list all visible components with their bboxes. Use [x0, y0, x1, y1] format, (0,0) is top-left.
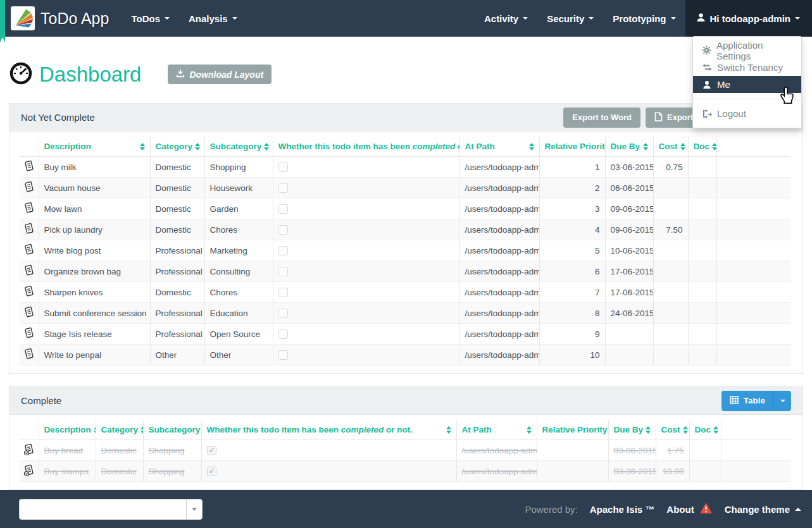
panel-complete: Complete Table — [9, 386, 803, 490]
panel-not-yet-complete-header: Not Yet Complete Export to Word Export A — [9, 104, 803, 132]
cell-description[interactable]: Buy milk — [39, 157, 150, 178]
cell-description[interactable]: Buy bread — [39, 440, 96, 461]
menu-item-me[interactable]: Me — [693, 76, 801, 93]
table-row[interactable]: Submit conference session Professional E… — [20, 303, 790, 324]
cell-description[interactable]: Pick up laundry — [39, 219, 150, 240]
sort-icon — [446, 426, 451, 434]
table-row[interactable]: Buy stamps Domestic Shopping /users/todo… — [20, 461, 790, 482]
col-category[interactable]: Category — [96, 420, 143, 440]
col-doc[interactable]: Doc — [688, 137, 716, 157]
completed-checkbox[interactable] — [278, 288, 288, 297]
table-row[interactable]: Write blog post Professional Marketing /… — [20, 240, 790, 261]
cell-cost: 10.00 — [656, 461, 689, 482]
cell-category: Professional — [150, 303, 204, 324]
cell-cost: 7.50 — [653, 219, 688, 240]
app-brand[interactable]: ToDo App — [0, 0, 122, 37]
col-category[interactable]: Category — [150, 137, 204, 157]
cell-cost — [653, 178, 688, 199]
cell-description[interactable]: Vacuum house — [39, 178, 150, 199]
col-completed[interactable]: Whether this todo item has been complete… — [273, 137, 459, 157]
col-cost[interactable]: Cost — [653, 137, 688, 157]
cell-description[interactable]: Sharpen knives — [39, 282, 150, 303]
cell-description[interactable]: Organize brown bag — [39, 261, 150, 282]
nav-user-menu[interactable]: Hi todoapp-admin — [685, 0, 812, 37]
combobox-dropdown-arrow[interactable] — [186, 500, 202, 519]
menu-item-switch-tenancy[interactable]: Switch Tenancy — [693, 59, 801, 76]
table-row[interactable]: Mow lawn Domestic Garden /users/todoapp-… — [20, 199, 790, 219]
cell-due-by: 09-06-2015 — [605, 199, 653, 219]
nav-prototyping[interactable]: Prototyping — [603, 0, 685, 37]
table-row[interactable]: Vacuum house Domestic Housework /users/t… — [20, 178, 790, 199]
cell-subcategory: Garden — [204, 199, 273, 219]
cell-description[interactable]: Write blog post — [39, 240, 150, 261]
nav-todos[interactable]: ToDos — [122, 0, 179, 37]
user-dropdown-menu: Application Settings Switch Tenancy Me L… — [692, 36, 802, 128]
col-at-path[interactable]: At Path — [459, 137, 539, 157]
completed-checkbox — [207, 446, 216, 455]
col-at-path[interactable]: At Path — [456, 420, 537, 440]
col-doc[interactable]: Doc — [689, 420, 721, 440]
table-row[interactable]: Sharpen knives Domestic Chores /users/to… — [20, 282, 790, 303]
not-yet-complete-table: Description Category Subcategory Whether… — [20, 137, 790, 365]
table-row[interactable]: Write to penpal Other Other /users/todoa… — [20, 345, 790, 365]
export-to-word-button[interactable]: Export to Word — [563, 107, 640, 128]
table-row[interactable]: Pick up laundry Domestic Chores /users/t… — [20, 219, 790, 240]
col-subcategory[interactable]: Subcategory — [204, 137, 273, 157]
cell-due-by: 03-06-2015 — [605, 157, 653, 178]
apache-isis-link[interactable]: Apache Isis ™ — [590, 504, 655, 515]
completed-checkbox[interactable] — [278, 267, 288, 276]
table-row[interactable]: Buy bread Domestic Shopping /users/todoa… — [20, 440, 790, 461]
chevron-down-icon — [589, 17, 594, 20]
cell-description[interactable]: Write to penpal — [39, 345, 150, 365]
table-view-button[interactable]: Table — [721, 391, 791, 411]
col-description[interactable]: Description — [39, 137, 150, 157]
col-cost[interactable]: Cost — [656, 420, 689, 440]
cell-at-path: /users/todoapp-admin — [459, 157, 539, 178]
cell-cost — [653, 240, 688, 261]
completed-checkbox[interactable] — [278, 204, 288, 214]
cell-doc — [689, 461, 721, 482]
cell-description[interactable]: Stage Isis release — [39, 324, 150, 345]
nav-activity[interactable]: Activity — [475, 0, 537, 37]
col-due-by[interactable]: Due By — [608, 420, 656, 440]
cell-relative-priority: 4 — [539, 219, 605, 240]
cell-description[interactable]: Mow lawn — [39, 199, 150, 219]
cell-relative-priority: 9 — [539, 324, 605, 345]
completed-checkbox[interactable] — [278, 246, 288, 255]
menu-item-logout[interactable]: Logout — [693, 105, 801, 122]
completed-checkbox[interactable] — [278, 309, 288, 318]
table-header-row: Description Category Subcategory Whether… — [20, 137, 790, 157]
col-description[interactable]: Description — [39, 420, 96, 440]
col-subcategory[interactable]: Subcategory — [143, 420, 201, 440]
completed-checkbox[interactable] — [278, 329, 288, 339]
about-link[interactable]: About — [666, 502, 712, 516]
cell-description[interactable]: Submit conference session — [39, 303, 150, 324]
todo-item-icon — [20, 282, 39, 303]
col-due-by[interactable]: Due By — [605, 137, 653, 157]
table-row[interactable]: Buy milk Domestic Shopping /users/todoap… — [20, 157, 790, 178]
nav-security[interactable]: Security — [537, 0, 603, 37]
completed-checkbox[interactable] — [278, 163, 288, 172]
change-theme-link[interactable]: Change theme — [725, 504, 801, 515]
sort-icon — [527, 426, 532, 434]
menu-item-application-settings[interactable]: Application Settings — [693, 42, 801, 59]
col-relative-priority[interactable]: Relative Priority — [537, 420, 608, 440]
table-row[interactable]: Organize brown bag Professional Consulti… — [20, 261, 790, 282]
download-layout-button[interactable]: Download Layout — [168, 64, 272, 84]
cell-at-path: /users/todoapp-admin — [459, 219, 539, 240]
cell-description[interactable]: Buy stamps — [39, 461, 96, 482]
chevron-down-icon[interactable] — [773, 391, 791, 411]
cell-relative-priority: 5 — [539, 240, 605, 261]
completed-checkbox[interactable] — [278, 225, 288, 235]
cell-subcategory: Chores — [204, 282, 273, 303]
cell-due-by: 06-06-2015 — [605, 178, 653, 199]
col-relative-priority[interactable]: Relative Priority — [539, 137, 605, 157]
todo-item-done-icon — [20, 440, 39, 461]
cell-doc — [688, 199, 716, 219]
nav-analysis[interactable]: Analysis — [179, 0, 247, 37]
col-completed[interactable]: Whether this todo item has been complete… — [201, 420, 456, 440]
completed-checkbox[interactable] — [278, 183, 288, 193]
table-row[interactable]: Stage Isis release Professional Open Sou… — [20, 324, 790, 345]
completed-checkbox[interactable] — [278, 350, 288, 360]
footer-combobox-input[interactable] — [20, 500, 186, 519]
